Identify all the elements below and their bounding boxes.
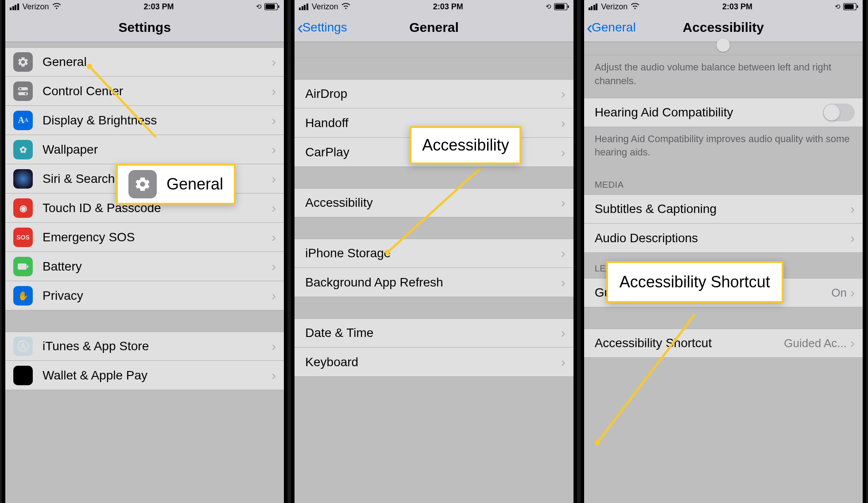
row-background-refresh[interactable]: Background App Refresh › <box>294 268 573 297</box>
sos-icon: SOS <box>13 228 33 247</box>
svg-rect-12 <box>555 4 564 9</box>
chevron-right-icon: › <box>561 116 566 131</box>
svg-rect-17 <box>844 4 853 9</box>
svg-point-6 <box>25 93 27 95</box>
screen-settings: Verizon 2:03 PM ⟲ Settings General › <box>2 0 287 503</box>
battery-icon <box>554 3 569 10</box>
carrier-label: Verizon <box>312 2 338 12</box>
nav-bar: ‹ Settings General <box>294 13 573 42</box>
row-display[interactable]: AA Display & Brightness › <box>5 106 284 135</box>
row-accessibility-shortcut[interactable]: Accessibility Shortcut Guided Ac... › <box>584 329 863 358</box>
row-general[interactable]: General › <box>5 47 284 77</box>
chevron-right-icon: › <box>561 246 566 261</box>
row-storage[interactable]: iPhone Storage › <box>294 239 573 268</box>
chevron-right-icon: › <box>271 259 276 274</box>
chevron-right-icon: › <box>271 201 276 216</box>
status-time: 2:03 PM <box>722 2 752 12</box>
row-label: iPhone Storage <box>305 246 557 260</box>
status-time: 2:03 PM <box>143 2 174 12</box>
orientation-lock-icon: ⟲ <box>546 3 551 11</box>
svg-rect-13 <box>568 5 569 8</box>
battery-icon <box>843 3 858 10</box>
chevron-right-icon: › <box>561 275 566 290</box>
back-label: Settings <box>302 20 347 35</box>
row-label: Privacy <box>43 289 268 303</box>
chevron-right-icon: › <box>271 142 276 157</box>
signal-icon <box>589 4 598 10</box>
svg-point-20 <box>595 440 600 445</box>
carrier-label: Verizon <box>601 2 628 12</box>
back-button[interactable]: ‹ General <box>587 19 636 36</box>
row-label: Accessibility Shortcut <box>595 336 780 350</box>
row-label: Battery <box>43 259 268 274</box>
chevron-right-icon: › <box>850 201 855 217</box>
svg-point-5 <box>19 88 22 90</box>
page-title: Accessibility <box>683 20 764 35</box>
row-accessibility[interactable]: Accessibility › <box>294 188 573 217</box>
row-itunes[interactable]: Ⓐ iTunes & App Store › <box>5 332 284 361</box>
row-subtitles[interactable]: Subtitles & Captioning › <box>584 194 863 224</box>
row-label: AirDrop <box>305 87 557 101</box>
status-bar: Verizon 2:03 PM ⟲ <box>294 0 573 13</box>
row-wallet[interactable]: Wallet & Apple Pay › <box>5 361 284 390</box>
slider-thumb-icon <box>717 39 730 52</box>
row-value: On <box>831 286 847 300</box>
screen-general: Verizon 2:03 PM ⟲ ‹ Settings General Air… <box>291 0 577 503</box>
toggle-hearing-aid[interactable] <box>823 104 855 121</box>
row-label: iTunes & App Store <box>43 339 268 353</box>
callout-accessibility-shortcut: Accessibility Shortcut <box>606 261 783 303</box>
siri-icon <box>13 169 33 189</box>
svg-rect-7 <box>18 263 27 270</box>
row-label: Display & Brightness <box>43 113 268 128</box>
row-label: Background App Refresh <box>305 275 557 290</box>
row-label: General <box>43 55 268 69</box>
chevron-right-icon: › <box>271 54 276 70</box>
row-audio-descriptions[interactable]: Audio Descriptions › <box>584 224 863 253</box>
screen-accessibility: Verizon 2:03 PM ⟲ ‹ General Accessibilit… <box>581 0 866 503</box>
callout-label: Accessibility Shortcut <box>620 273 770 291</box>
chevron-right-icon: › <box>271 339 276 354</box>
svg-rect-2 <box>278 5 279 8</box>
chevron-right-icon: › <box>271 171 276 186</box>
section-media: MEDIA <box>584 169 863 194</box>
row-control-center[interactable]: Control Center › <box>5 77 284 106</box>
back-button[interactable]: ‹ Settings <box>297 19 347 36</box>
row-wallpaper[interactable]: ✿ Wallpaper › <box>5 135 284 164</box>
row-airdrop[interactable]: AirDrop › <box>294 79 573 108</box>
row-privacy[interactable]: ✋ Privacy › <box>5 281 284 310</box>
text-size-icon: AA <box>13 111 33 130</box>
row-battery[interactable]: Battery › <box>5 252 284 281</box>
callout-accessibility: Accessibility <box>410 126 521 164</box>
svg-rect-8 <box>27 265 28 268</box>
row-label: Control Center <box>43 84 268 98</box>
status-bar: Verizon 2:03 PM ⟲ <box>5 0 284 13</box>
chevron-right-icon: › <box>850 231 855 246</box>
status-bar: Verizon 2:03 PM ⟲ <box>584 0 863 13</box>
row-label: Date & Time <box>305 326 557 340</box>
nav-bar: ‹ General Accessibility <box>584 13 863 42</box>
chevron-right-icon: › <box>561 86 566 101</box>
chevron-right-icon: › <box>271 230 276 245</box>
orientation-lock-icon: ⟲ <box>835 3 841 11</box>
page-title: Settings <box>118 20 170 35</box>
wifi-icon <box>52 2 62 12</box>
row-sos[interactable]: SOS Emergency SOS › <box>5 223 284 252</box>
gear-icon <box>13 52 33 72</box>
back-label: General <box>592 20 636 35</box>
chevron-right-icon: › <box>271 368 276 383</box>
wifi-icon <box>341 2 351 12</box>
battery-row-icon <box>13 257 33 276</box>
chevron-right-icon: › <box>561 325 566 340</box>
appstore-icon: Ⓐ <box>13 337 33 356</box>
row-hearing-aid[interactable]: Hearing Aid Compatibility <box>584 98 863 127</box>
row-value: Guided Ac... <box>784 337 847 350</box>
row-keyboard[interactable]: Keyboard › <box>294 348 573 377</box>
chevron-right-icon: › <box>561 145 566 160</box>
battery-icon <box>264 3 279 10</box>
row-date-time[interactable]: Date & Time › <box>294 318 573 348</box>
orientation-lock-icon: ⟲ <box>256 3 262 11</box>
nav-bar: Settings <box>5 13 284 42</box>
chevron-right-icon: › <box>271 288 276 303</box>
row-label: Wallet & Apple Pay <box>43 368 268 383</box>
row-label: Wallpaper <box>43 143 268 157</box>
